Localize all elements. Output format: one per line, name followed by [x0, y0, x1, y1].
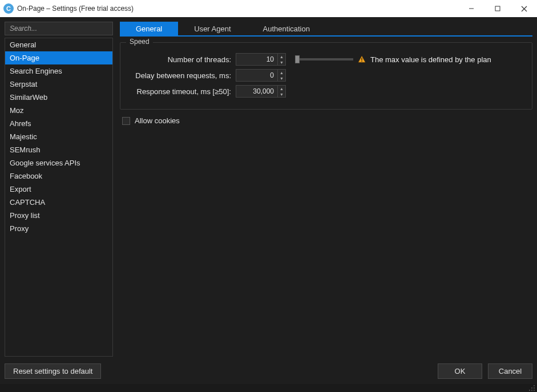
speed-group: Speed Number of threads: 10 ▲▼: [120, 42, 532, 110]
sidebar-item-semrush[interactable]: SEMrush: [5, 143, 112, 156]
sidebar-item-ahrefs[interactable]: Ahrefs: [5, 117, 112, 130]
app-icon: C: [3, 3, 14, 14]
spin-arrows[interactable]: ▲▼: [277, 54, 285, 65]
sidebar-item-google-services-apis[interactable]: Google services APIs: [5, 156, 112, 169]
delay-value: 0: [236, 70, 277, 81]
svg-point-10: [529, 390, 530, 391]
sidebar-item-general[interactable]: General: [5, 38, 112, 51]
resize-grip-icon[interactable]: [528, 384, 536, 392]
sidebar-item-facebook[interactable]: Facebook: [5, 169, 112, 183]
ok-button[interactable]: OK: [438, 363, 482, 379]
reset-button[interactable]: Reset settings to default: [5, 363, 101, 379]
statusbar: [0, 384, 537, 392]
svg-point-7: [534, 385, 535, 386]
spin-arrows[interactable]: ▲▼: [277, 86, 285, 97]
tab-general[interactable]: General: [120, 22, 178, 35]
slider-thumb[interactable]: [295, 55, 300, 63]
svg-rect-6: [361, 61, 362, 62]
window-controls: [458, 0, 537, 17]
timeout-label: Response timeout, ms [≥50]:: [128, 87, 231, 96]
svg-point-12: [534, 390, 535, 391]
sidebar-item-proxy[interactable]: Proxy: [5, 222, 112, 235]
tab-user-agent[interactable]: User Agent: [178, 22, 247, 35]
allow-cookies-label[interactable]: Allow cookies: [135, 116, 180, 125]
maximize-button[interactable]: [484, 0, 511, 17]
sidebar-item-serpstat[interactable]: Serpstat: [5, 78, 112, 91]
sidebar-item-proxy-list[interactable]: Proxy list: [5, 209, 112, 222]
sidebar-item-similarweb[interactable]: SimilarWeb: [5, 91, 112, 104]
warning-text: The max value is defined by the plan: [370, 55, 491, 64]
spin-arrows[interactable]: ▲▼: [277, 70, 285, 81]
timeout-value: 30,000: [236, 86, 277, 97]
threads-slider[interactable]: [296, 58, 353, 60]
search-input[interactable]: Search...: [5, 22, 113, 35]
svg-rect-5: [361, 58, 362, 60]
sidebar-item-majestic[interactable]: Majestic: [5, 130, 112, 143]
threads-input[interactable]: 10 ▲▼: [236, 53, 286, 66]
threads-value: 10: [236, 54, 277, 65]
svg-rect-1: [495, 6, 500, 11]
delay-input[interactable]: 0 ▲▼: [236, 69, 286, 82]
sidebar-item-moz[interactable]: Moz: [5, 104, 112, 117]
allow-cookies-checkbox[interactable]: [122, 117, 130, 125]
sidebar-item-export[interactable]: Export: [5, 183, 112, 196]
delay-label: Delay between requests, ms:: [128, 71, 231, 80]
speed-legend: Speed: [126, 38, 153, 46]
sidebar-item-on-page[interactable]: On-Page: [5, 51, 112, 64]
tabbar: GeneralUser AgentAuthentication: [120, 22, 532, 37]
tab-authentication[interactable]: Authentication: [247, 22, 326, 35]
search-placeholder: Search...: [10, 25, 37, 33]
timeout-input[interactable]: 30,000 ▲▼: [236, 85, 286, 98]
minimize-button[interactable]: [458, 0, 484, 17]
nav-list: GeneralOn-PageSearch EnginesSerpstatSimi…: [5, 38, 113, 357]
svg-point-9: [534, 387, 535, 389]
svg-point-11: [531, 390, 532, 391]
sidebar-item-captcha[interactable]: CAPTCHA: [5, 196, 112, 209]
warning-icon: [358, 55, 366, 63]
cancel-button[interactable]: Cancel: [488, 363, 532, 379]
close-button[interactable]: [511, 0, 537, 17]
window-title: On-Page – Settings (Free trial access): [17, 5, 134, 13]
sidebar-item-search-engines[interactable]: Search Engines: [5, 64, 112, 78]
titlebar: C On-Page – Settings (Free trial access): [0, 0, 537, 17]
settings-pane: GeneralUser AgentAuthentication Speed Nu…: [120, 22, 532, 357]
threads-label: Number of threads:: [128, 55, 231, 64]
svg-point-8: [531, 387, 532, 389]
footer: Reset settings to default OK Cancel: [0, 361, 537, 384]
sidebar: Search... GeneralOn-PageSearch EnginesSe…: [5, 22, 113, 357]
